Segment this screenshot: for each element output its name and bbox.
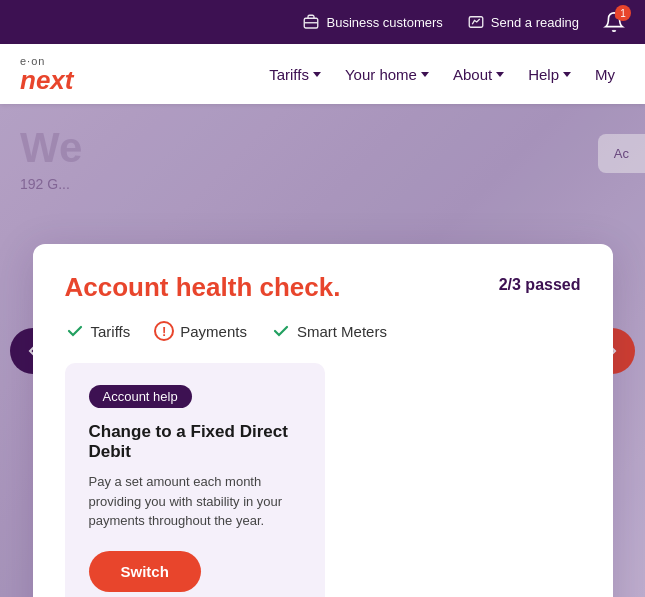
business-customers-label: Business customers xyxy=(326,15,442,30)
nav-item-help[interactable]: Help xyxy=(518,58,581,91)
notification-count: 1 xyxy=(615,5,631,21)
account-help-badge: Account help xyxy=(89,385,192,408)
switch-button[interactable]: Switch xyxy=(89,551,201,592)
check-tariffs-label: Tariffs xyxy=(91,323,131,340)
chevron-down-icon xyxy=(496,72,504,77)
meter-icon xyxy=(467,13,485,31)
check-item-payments: ! Payments xyxy=(154,321,247,341)
utility-bar: Business customers Send a reading 1 xyxy=(0,0,645,44)
chevron-down-icon xyxy=(421,72,429,77)
main-nav: e·on next Tariffs Your home About Help xyxy=(0,44,645,104)
nav-menu: Tariffs Your home About Help My xyxy=(259,58,625,91)
nav-item-tariffs[interactable]: Tariffs xyxy=(259,58,331,91)
check-warn-icon: ! xyxy=(154,321,174,341)
send-reading-label: Send a reading xyxy=(491,15,579,30)
checks-row: Tariffs ! Payments Smart Meters xyxy=(65,321,581,341)
nav-tariffs-label: Tariffs xyxy=(269,66,309,83)
chevron-down-icon xyxy=(563,72,571,77)
modal-card: Account health check. 2/3 passed Tariffs… xyxy=(33,244,613,597)
nav-item-your-home[interactable]: Your home xyxy=(335,58,439,91)
check-pass-icon-2 xyxy=(271,321,291,341)
inner-card: Account help Change to a Fixed Direct De… xyxy=(65,363,325,597)
background-content: We 192 G... Ac t paym paymement iss afte… xyxy=(0,104,645,597)
check-pass-icon xyxy=(65,321,85,341)
modal-title: Account health check. xyxy=(65,272,341,303)
nav-item-my[interactable]: My xyxy=(585,58,625,91)
modal-header: Account health check. 2/3 passed xyxy=(65,272,581,303)
nav-item-about[interactable]: About xyxy=(443,58,514,91)
nav-about-label: About xyxy=(453,66,492,83)
check-smart-meters-label: Smart Meters xyxy=(297,323,387,340)
nav-my-label: My xyxy=(595,66,615,83)
logo: e·on next xyxy=(20,56,73,93)
check-payments-label: Payments xyxy=(180,323,247,340)
inner-card-title: Change to a Fixed Direct Debit xyxy=(89,422,301,462)
passed-badge: 2/3 passed xyxy=(499,276,581,294)
logo-next: next xyxy=(20,67,73,93)
notification-bell[interactable]: 1 xyxy=(603,11,625,33)
send-reading-link[interactable]: Send a reading xyxy=(467,13,579,31)
check-item-smart-meters: Smart Meters xyxy=(271,321,387,341)
briefcase-icon xyxy=(302,13,320,31)
nav-your-home-label: Your home xyxy=(345,66,417,83)
check-item-tariffs: Tariffs xyxy=(65,321,131,341)
chevron-down-icon xyxy=(313,72,321,77)
inner-card-desc: Pay a set amount each month providing yo… xyxy=(89,472,301,531)
nav-help-label: Help xyxy=(528,66,559,83)
business-customers-link[interactable]: Business customers xyxy=(302,13,442,31)
